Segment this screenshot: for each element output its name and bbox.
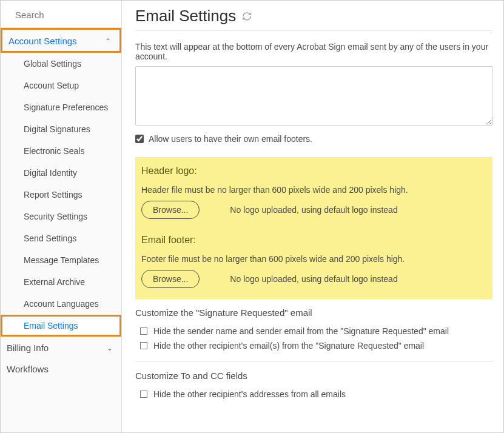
header-logo-heading: Header logo: [141, 166, 486, 176]
nav-item-digital-signatures[interactable]: Digital Signatures [1, 118, 121, 140]
email-footer-desc: Footer file must be no larger than 600 p… [141, 254, 486, 264]
footer-description: This text will appear at the bottom of e… [135, 42, 492, 61]
search-box[interactable] [1, 1, 121, 28]
nav-section-workflows[interactable]: Workflows [1, 358, 121, 379]
nav-section-label: Billing Info [7, 343, 49, 353]
checkbox-icon[interactable] [140, 342, 147, 349]
checkbox-icon[interactable] [140, 391, 147, 398]
sig-requested-heading: Customize the "Signature Requested" emai… [135, 307, 492, 318]
allow-own-footers-checkbox[interactable] [135, 135, 144, 143]
chevron-up-icon: ⌃ [105, 37, 111, 45]
main-content: Email Settings This text will appear at … [122, 1, 503, 432]
nav-item-report-settings[interactable]: Report Settings [1, 184, 121, 206]
hide-sender-row[interactable]: Hide the sender name and sender email fr… [140, 324, 492, 338]
header-logo-status: No logo uploaded, using default logo ins… [230, 205, 397, 215]
hide-other-recipients-row[interactable]: Hide the other recipient's email(s) from… [140, 338, 492, 353]
to-cc-heading: Customize To and CC fields [135, 371, 492, 381]
nav-item-digital-identity[interactable]: Digital Identity [1, 162, 121, 184]
nav-section-billing-info[interactable]: Billing Info ⌄ [1, 337, 121, 358]
allow-own-footers-label: Allow users to have their own email foot… [149, 134, 312, 144]
nav-section-label: Account Settings [8, 36, 77, 46]
hide-other-addresses-label: Hide the other recipient's addresses fro… [153, 389, 346, 399]
nav-item-external-archive[interactable]: External Archive [1, 271, 121, 293]
hide-other-addresses-row[interactable]: Hide the other recipient's addresses fro… [140, 387, 492, 401]
nav-item-email-settings[interactable]: Email Settings [1, 315, 121, 337]
logo-settings-highlight: Header logo: Header file must be no larg… [135, 157, 492, 299]
nav-item-message-templates[interactable]: Message Templates [1, 249, 121, 271]
page-title-text: Email Settings [135, 7, 236, 25]
page-title: Email Settings [135, 7, 492, 25]
email-footer-textarea[interactable] [135, 66, 492, 126]
nav-item-account-setup[interactable]: Account Setup [1, 75, 121, 96]
nav-item-send-settings[interactable]: Send Settings [1, 227, 121, 249]
sig-requested-options: Hide the sender name and sender email fr… [135, 324, 492, 353]
sidebar: Account Settings ⌃ Global Settings Accou… [1, 1, 122, 432]
to-cc-options: Hide the other recipient's addresses fro… [135, 387, 492, 401]
hide-sender-label: Hide the sender name and sender email fr… [153, 326, 449, 336]
header-logo-browse-button[interactable]: Browse... [141, 201, 200, 219]
allow-own-footers-row[interactable]: Allow users to have their own email foot… [135, 134, 492, 144]
checkbox-icon[interactable] [140, 327, 147, 335]
refresh-icon[interactable] [242, 12, 252, 21]
nav-item-security-settings[interactable]: Security Settings [1, 206, 121, 227]
chevron-down-icon: ⌄ [107, 344, 113, 352]
hide-other-label: Hide the other recipient's email(s) from… [153, 341, 424, 351]
divider [135, 361, 492, 362]
divider [135, 30, 492, 31]
search-input[interactable] [15, 10, 130, 20]
nav-list-account: Global Settings Account Setup Signature … [1, 53, 121, 337]
nav-item-account-languages[interactable]: Account Languages [1, 293, 121, 315]
nav-section-account-settings[interactable]: Account Settings ⌃ [1, 28, 121, 53]
nav-section-label: Workflows [7, 364, 49, 374]
nav-item-electronic-seals[interactable]: Electronic Seals [1, 140, 121, 162]
email-footer-status: No logo uploaded, using default logo ins… [230, 274, 397, 284]
nav-item-signature-preferences[interactable]: Signature Preferences [1, 96, 121, 118]
app-shell: Account Settings ⌃ Global Settings Accou… [0, 0, 504, 433]
header-logo-desc: Header file must be no larger than 600 p… [141, 185, 486, 195]
email-footer-heading: Email footer: [141, 235, 486, 246]
nav-item-global-settings[interactable]: Global Settings [1, 53, 121, 75]
email-footer-browse-button[interactable]: Browse... [141, 270, 200, 288]
